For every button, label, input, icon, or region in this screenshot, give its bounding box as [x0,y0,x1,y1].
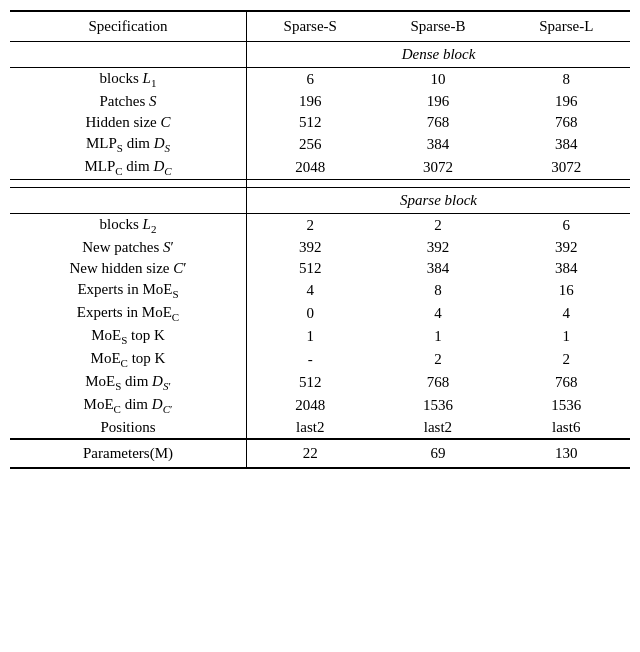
row-val2: 384 [373,258,502,279]
row-val2: last2 [373,417,502,439]
table-row: Hidden size C 512 768 768 [10,112,630,133]
table-row: Experts in MoES 4 8 16 [10,279,630,302]
table-row: MLPC dim DC 2048 3072 3072 [10,156,630,180]
row-val2: 10 [373,68,502,92]
row-val1: - [247,348,374,371]
row-val3: 4 [502,302,630,325]
params-val3: 130 [502,439,630,468]
table-row: MoES top K 1 1 1 [10,325,630,348]
row-label: blocks L2 [10,214,247,238]
row-val3: 1 [502,325,630,348]
row-val3: 384 [502,133,630,156]
table-row: blocks L2 2 2 6 [10,214,630,238]
row-val1: 512 [247,112,374,133]
row-val2: 392 [373,237,502,258]
row-label: Positions [10,417,247,439]
row-val2: 4 [373,302,502,325]
row-label: New patches S′ [10,237,247,258]
table-row: blocks L1 6 10 8 [10,68,630,92]
row-val1: 512 [247,258,374,279]
row-val3: 1536 [502,394,630,417]
row-val3: 6 [502,214,630,238]
row-val3: 196 [502,91,630,112]
row-val3: last6 [502,417,630,439]
row-label: Patches S [10,91,247,112]
row-label: MoEC top K [10,348,247,371]
row-val1: 196 [247,91,374,112]
row-val1: 0 [247,302,374,325]
row-label: Experts in MoES [10,279,247,302]
table-row: Patches S 196 196 196 [10,91,630,112]
table-row: MoES dim DS′ 512 768 768 [10,371,630,394]
table-row: New patches S′ 392 392 392 [10,237,630,258]
row-val1: last2 [247,417,374,439]
row-val3: 768 [502,371,630,394]
table-header: Specification Sparse-S Sparse-B Sparse-L [10,11,630,42]
row-val1: 6 [247,68,374,92]
sparse-block-label: Sparse block [247,188,631,214]
params-val1: 22 [247,439,374,468]
table-row: Experts in MoEC 0 4 4 [10,302,630,325]
divider [10,180,630,188]
dense-block-label: Dense block [247,42,631,68]
row-val3: 384 [502,258,630,279]
row-val1: 392 [247,237,374,258]
row-val2: 1 [373,325,502,348]
params-val2: 69 [373,439,502,468]
table-row: Positions last2 last2 last6 [10,417,630,439]
row-val3: 16 [502,279,630,302]
row-val1: 256 [247,133,374,156]
row-label: New hidden size C′ [10,258,247,279]
table-row: New hidden size C′ 512 384 384 [10,258,630,279]
row-label: MoEC dim DC′ [10,394,247,417]
row-val3: 3072 [502,156,630,180]
table-row: MLPS dim DS 256 384 384 [10,133,630,156]
table-row: MoEC dim DC′ 2048 1536 1536 [10,394,630,417]
dense-block-header: Dense block [10,42,630,68]
row-label: MLPS dim DS [10,133,247,156]
table-row: MoEC top K - 2 2 [10,348,630,371]
row-val2: 384 [373,133,502,156]
row-val2: 2 [373,348,502,371]
row-val2: 768 [373,371,502,394]
sparse-block-empty [10,188,247,214]
header-spec: Specification [10,11,247,42]
row-val2: 768 [373,112,502,133]
row-val1: 2 [247,214,374,238]
sparse-block-header: Sparse block [10,188,630,214]
row-val1: 4 [247,279,374,302]
row-val1: 2048 [247,394,374,417]
row-label: Hidden size C [10,112,247,133]
row-val2: 8 [373,279,502,302]
row-val1: 1 [247,325,374,348]
row-label: MoES top K [10,325,247,348]
row-val1: 512 [247,371,374,394]
header-col3: Sparse-L [502,11,630,42]
row-val3: 8 [502,68,630,92]
row-label: blocks L1 [10,68,247,92]
params-label: Parameters(M) [10,439,247,468]
row-val2: 2 [373,214,502,238]
row-val3: 768 [502,112,630,133]
row-val2: 1536 [373,394,502,417]
row-val3: 392 [502,237,630,258]
row-val3: 2 [502,348,630,371]
row-label: Experts in MoEC [10,302,247,325]
header-col1: Sparse-S [247,11,374,42]
row-label: MLPC dim DC [10,156,247,180]
row-val1: 2048 [247,156,374,180]
row-val2: 196 [373,91,502,112]
header-col2: Sparse-B [373,11,502,42]
dense-block-empty [10,42,247,68]
params-row: Parameters(M) 22 69 130 [10,439,630,468]
spec-table: Specification Sparse-S Sparse-B Sparse-L… [10,10,630,469]
row-val2: 3072 [373,156,502,180]
row-label: MoES dim DS′ [10,371,247,394]
